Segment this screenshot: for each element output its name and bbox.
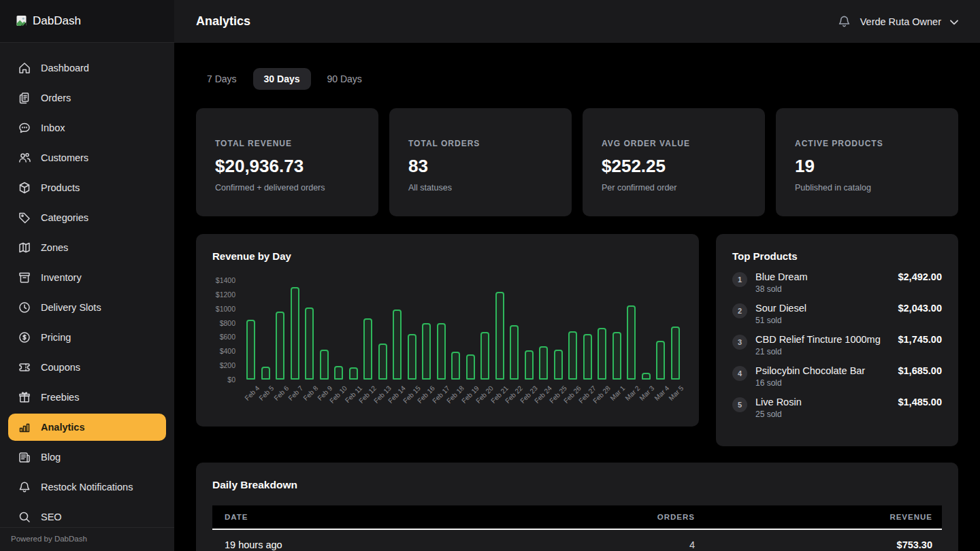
sidebar-item-inbox[interactable]: Inbox	[8, 114, 166, 141]
cell-orders: 4	[487, 539, 705, 550]
chart-title: Revenue by Day	[212, 250, 683, 262]
chart-x-label-slot: Mar 5	[668, 380, 683, 416]
chart-bar[interactable]	[291, 287, 299, 380]
chart-bar[interactable]	[554, 350, 563, 380]
user-menu[interactable]: Verde Ruta Owner	[837, 14, 958, 29]
sidebar-item-products[interactable]: Products	[8, 174, 166, 201]
chart-y-axis: $0$200$400$600$800$1000$1200$1400	[212, 280, 235, 380]
chart-bar[interactable]	[408, 334, 416, 380]
sidebar-item-zones[interactable]: Zones	[8, 234, 166, 261]
sidebar-item-label: Freebies	[41, 392, 79, 403]
chart-bar[interactable]	[583, 334, 592, 380]
sidebar-item-label: Delivery Slots	[41, 302, 101, 313]
sidebar-nav: Dashboard Orders Inbox Customers Product…	[0, 43, 174, 551]
chart-bar-slot	[478, 280, 493, 380]
chart-bar-slot	[522, 280, 537, 380]
product-name: CBD Relief Tincture 1000mg	[755, 334, 881, 345]
chart-bar[interactable]	[451, 352, 460, 380]
chart-x-label-slot: Mar 3	[639, 380, 654, 416]
product-revenue: $2,043.00	[891, 303, 942, 314]
sidebar-item-dashboard[interactable]: Dashboard	[8, 54, 166, 82]
product-revenue: $2,492.00	[891, 271, 942, 282]
chart-bar[interactable]	[627, 305, 636, 380]
chart-bar[interactable]	[393, 310, 402, 380]
chart-bar-slot	[244, 280, 259, 380]
sidebar-item-pricing[interactable]: Pricing	[8, 324, 166, 351]
chart-bar[interactable]	[495, 292, 504, 380]
product-sold-count: 51 sold	[755, 316, 806, 325]
sidebar-item-seo[interactable]: SEO	[8, 503, 166, 531]
chart-bar[interactable]	[246, 320, 255, 380]
user-menu-label[interactable]: Verde Ruta Owner	[860, 16, 941, 27]
chart-bar[interactable]	[539, 346, 548, 380]
tab-30-days[interactable]: 30 Days	[253, 68, 311, 90]
chart-bar-slot	[668, 280, 683, 380]
chart-bar[interactable]	[598, 328, 606, 380]
chart-bar[interactable]	[261, 367, 270, 380]
chart-bar[interactable]	[305, 307, 314, 380]
chart-bar-slot	[288, 280, 303, 380]
chart-bar[interactable]	[642, 373, 651, 380]
app-root: DabDash Dashboard Orders Inbox Customers	[0, 0, 980, 551]
cell-revenue: $753.30	[705, 539, 942, 550]
sidebar-item-restock-notifications[interactable]: Restock Notifications	[8, 473, 166, 501]
sidebar-item-orders[interactable]: Orders	[8, 84, 166, 112]
rank-badge: 4	[732, 366, 747, 381]
chart-bar[interactable]	[320, 350, 329, 380]
stat-label: AVG ORDER VALUE	[602, 139, 746, 148]
chart-bar[interactable]	[378, 344, 387, 380]
chat-bubble-icon	[18, 121, 31, 135]
top-product-row: 1 Blue Dream 38 sold $2,492.00	[732, 271, 942, 294]
chart-bar-slot	[273, 280, 288, 380]
notification-bell-icon[interactable]	[837, 14, 851, 29]
sidebar-item-label: Inventory	[41, 272, 82, 283]
chart-bar[interactable]	[510, 325, 519, 380]
chart-x-label-slot: Mar 1	[610, 380, 625, 416]
sidebar-item-coupons[interactable]: Coupons	[8, 354, 166, 381]
product-sold-count: 16 sold	[755, 378, 865, 388]
product-sold-count: 21 sold	[755, 347, 881, 356]
stat-value: $20,936.73	[215, 156, 359, 177]
daily-breakdown-card: Daily Breakdown DATE ORDERS REVENUE 19 h…	[196, 463, 958, 551]
sidebar-item-customers[interactable]: Customers	[8, 144, 166, 171]
stat-label: ACTIVE PRODUCTS	[795, 139, 939, 148]
top-product-row: 3 CBD Relief Tincture 1000mg 21 sold $1,…	[732, 334, 942, 356]
product-revenue: $1,485.00	[891, 397, 942, 407]
sidebar-item-freebies[interactable]: Freebies	[8, 384, 166, 411]
sidebar-item-inventory[interactable]: Inventory	[8, 264, 166, 291]
chart-bar[interactable]	[480, 332, 489, 380]
column-header-revenue: REVENUE	[705, 513, 942, 521]
product-name: Psilocybin Chocolate Bar	[755, 365, 865, 376]
sidebar-item-categories[interactable]: Categories	[8, 204, 166, 231]
sidebar-item-analytics[interactable]: Analytics	[8, 414, 166, 441]
chart-bar[interactable]	[437, 323, 446, 380]
chart-bar-slot	[331, 280, 346, 380]
chevron-down-icon[interactable]	[950, 16, 958, 27]
chart-bar[interactable]	[422, 323, 431, 380]
chart-bar[interactable]	[525, 350, 534, 380]
sidebar-item-label: Analytics	[41, 422, 84, 433]
sidebar-item-label: Pricing	[41, 332, 71, 343]
chart-bar-slot	[566, 280, 581, 380]
chart-bar[interactable]	[568, 331, 577, 380]
chart-bar[interactable]	[466, 354, 475, 380]
sidebar-footer: Powered by DabDash	[0, 527, 174, 551]
chart-bar[interactable]	[334, 366, 343, 380]
chart-bar[interactable]	[656, 341, 665, 380]
chart-x-label-slot: Mar 4	[653, 380, 668, 416]
chart-bar[interactable]	[363, 318, 372, 380]
logo[interactable]: DabDash	[0, 0, 174, 43]
chart-bar[interactable]	[276, 312, 284, 380]
chart-bar[interactable]	[349, 367, 358, 380]
chart-bar-slot	[610, 280, 625, 380]
tab-7-days[interactable]: 7 Days	[196, 68, 248, 90]
product-sold-count: 25 sold	[755, 410, 802, 419]
sidebar-item-blog[interactable]: Blog	[8, 444, 166, 471]
sidebar-item-delivery-slots[interactable]: Delivery Slots	[8, 294, 166, 321]
chart-bar[interactable]	[671, 327, 680, 380]
y-tick-label: $200	[220, 362, 235, 369]
chart-bar[interactable]	[612, 332, 621, 380]
clipboard-icon	[18, 91, 31, 105]
table-header-row: DATE ORDERS REVENUE	[212, 505, 942, 530]
tab-90-days[interactable]: 90 Days	[316, 68, 373, 90]
